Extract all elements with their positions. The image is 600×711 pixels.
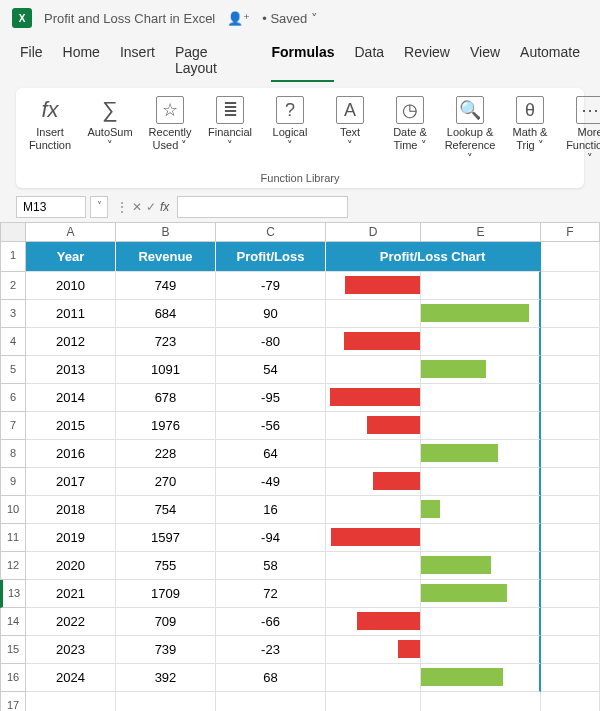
- cell[interactable]: [326, 384, 421, 412]
- cell[interactable]: 709: [116, 608, 216, 636]
- lookup-reference-button[interactable]: 🔍 Lookup & Reference ˅: [446, 96, 494, 166]
- cell[interactable]: 739: [116, 636, 216, 664]
- cell[interactable]: 58: [216, 552, 326, 580]
- cell[interactable]: [326, 412, 421, 440]
- cell[interactable]: [421, 412, 541, 440]
- logical-button[interactable]: ? Logical˅: [266, 96, 314, 152]
- cell[interactable]: 2012: [26, 328, 116, 356]
- cell[interactable]: 16: [216, 496, 326, 524]
- insert-function-button[interactable]: fx Insert Function: [26, 96, 74, 152]
- row-header[interactable]: 15: [0, 636, 26, 664]
- cell[interactable]: [326, 692, 421, 711]
- cell[interactable]: [541, 440, 600, 468]
- cell[interactable]: [541, 524, 600, 552]
- cell[interactable]: [326, 356, 421, 384]
- name-box[interactable]: [16, 196, 86, 218]
- cell[interactable]: [326, 552, 421, 580]
- cell[interactable]: -80: [216, 328, 326, 356]
- row-header[interactable]: 9: [0, 468, 26, 496]
- cell[interactable]: 270: [116, 468, 216, 496]
- cell[interactable]: [421, 692, 541, 711]
- cell[interactable]: 2023: [26, 636, 116, 664]
- cell[interactable]: 2011: [26, 300, 116, 328]
- cell[interactable]: 1709: [116, 580, 216, 608]
- cell[interactable]: 54: [216, 356, 326, 384]
- cell[interactable]: [326, 524, 421, 552]
- cell[interactable]: [326, 608, 421, 636]
- cell[interactable]: [421, 440, 541, 468]
- cell[interactable]: 678: [116, 384, 216, 412]
- cell[interactable]: [421, 552, 541, 580]
- math-trig-button[interactable]: θ Math & Trig ˅: [506, 96, 554, 152]
- tab-page-layout[interactable]: Page Layout: [175, 44, 252, 82]
- cell[interactable]: 1597: [116, 524, 216, 552]
- row-header[interactable]: 16: [0, 664, 26, 692]
- cell[interactable]: 2024: [26, 664, 116, 692]
- formula-input[interactable]: [177, 196, 348, 218]
- cell[interactable]: -23: [216, 636, 326, 664]
- row-header[interactable]: 1: [0, 242, 26, 272]
- cell[interactable]: 2016: [26, 440, 116, 468]
- cell[interactable]: 90: [216, 300, 326, 328]
- row-header[interactable]: 11: [0, 524, 26, 552]
- cell[interactable]: 392: [116, 664, 216, 692]
- row-header[interactable]: 4: [0, 328, 26, 356]
- cell[interactable]: [541, 412, 600, 440]
- cell[interactable]: -95: [216, 384, 326, 412]
- col-header-c[interactable]: C: [216, 222, 326, 242]
- cell[interactable]: 1091: [116, 356, 216, 384]
- cell[interactable]: [326, 636, 421, 664]
- cell[interactable]: 2021: [26, 580, 116, 608]
- cell[interactable]: 2015: [26, 412, 116, 440]
- cell[interactable]: [26, 692, 116, 711]
- cell[interactable]: [421, 468, 541, 496]
- cell[interactable]: 2020: [26, 552, 116, 580]
- date-time-button[interactable]: ◷ Date & Time ˅: [386, 96, 434, 152]
- cell[interactable]: [421, 664, 541, 692]
- row-header[interactable]: 8: [0, 440, 26, 468]
- cell[interactable]: [116, 692, 216, 711]
- row-header[interactable]: 6: [0, 384, 26, 412]
- tab-view[interactable]: View: [470, 44, 500, 82]
- row-header[interactable]: 2: [0, 272, 26, 300]
- cell[interactable]: 2018: [26, 496, 116, 524]
- enter-icon[interactable]: ✓: [146, 200, 156, 214]
- cell[interactable]: [421, 608, 541, 636]
- cell[interactable]: [421, 356, 541, 384]
- tab-insert[interactable]: Insert: [120, 44, 155, 82]
- cell[interactable]: 749: [116, 272, 216, 300]
- tab-data[interactable]: Data: [354, 44, 384, 82]
- cell[interactable]: 1976: [116, 412, 216, 440]
- col-header-d[interactable]: D: [326, 222, 421, 242]
- tab-automate[interactable]: Automate: [520, 44, 580, 82]
- cell[interactable]: 2014: [26, 384, 116, 412]
- tab-formulas[interactable]: Formulas: [271, 44, 334, 82]
- cell[interactable]: Revenue: [116, 242, 216, 272]
- cell[interactable]: [541, 552, 600, 580]
- cell[interactable]: 754: [116, 496, 216, 524]
- row-header[interactable]: 13: [0, 580, 26, 608]
- cell[interactable]: 684: [116, 300, 216, 328]
- tab-home[interactable]: Home: [63, 44, 100, 82]
- fx-label-icon[interactable]: fx: [160, 200, 169, 214]
- cell[interactable]: [541, 328, 600, 356]
- share-icon[interactable]: 👤⁺: [227, 11, 250, 26]
- cell[interactable]: [326, 496, 421, 524]
- cell[interactable]: [421, 300, 541, 328]
- cell[interactable]: [326, 580, 421, 608]
- col-header-f[interactable]: F: [541, 222, 600, 242]
- cell[interactable]: [421, 384, 541, 412]
- cell[interactable]: [326, 440, 421, 468]
- cell[interactable]: -79: [216, 272, 326, 300]
- cell[interactable]: [541, 496, 600, 524]
- cell[interactable]: Profit/Loss Chart: [326, 242, 541, 272]
- cell[interactable]: 228: [116, 440, 216, 468]
- cell[interactable]: [541, 692, 600, 711]
- cell[interactable]: [326, 664, 421, 692]
- cell[interactable]: 68: [216, 664, 326, 692]
- cell[interactable]: [541, 580, 600, 608]
- select-all-corner[interactable]: [0, 222, 26, 242]
- row-header[interactable]: 10: [0, 496, 26, 524]
- cancel-icon[interactable]: ✕: [132, 200, 142, 214]
- more-functions-button[interactable]: ⋯ More Functions ˅: [566, 96, 600, 166]
